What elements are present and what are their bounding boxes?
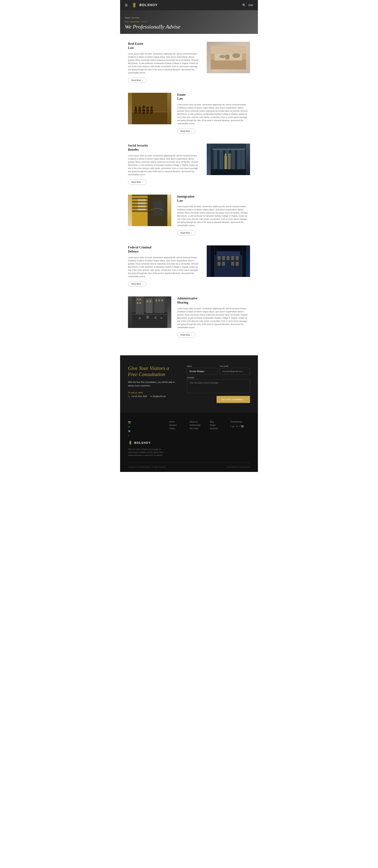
svg-rect-7 — [225, 55, 229, 60]
service-row-2: EstateLaw Lorem ipsum dolor sit amet, co… — [128, 93, 250, 134]
message-textarea[interactable] — [187, 379, 250, 393]
svg-point-19 — [143, 105, 145, 108]
service-content-4: ImmigrationLaw Lorem ipsum dolor sit ame… — [177, 195, 250, 236]
service-image-4 — [128, 195, 171, 226]
social-gplus-icon[interactable]: g+ — [232, 425, 235, 428]
footer-bottom: Copyright © 2019 BOLSHOY. All rights res… — [128, 463, 250, 468]
footer-link-team[interactable]: Our Team — [190, 427, 206, 430]
form-submit-row: Get a free consultation › — [187, 396, 250, 403]
svg-rect-4 — [211, 60, 246, 69]
svg-rect-57 — [218, 262, 220, 266]
submit-button[interactable]: Get a free consultation › — [217, 396, 250, 403]
footer-link-cases[interactable]: Cases — [169, 427, 186, 430]
service-desc-6: Lorem ipsum dolor sit amet, consectetur … — [177, 307, 250, 329]
social-linkedin-icon[interactable]: in — [236, 425, 238, 428]
header-right: 🔍 ENG — [242, 4, 253, 7]
service-title-5: Federal CriminalDefence — [128, 245, 201, 254]
svg-rect-44 — [132, 201, 148, 203]
svg-rect-72 — [139, 302, 141, 304]
svg-point-2 — [134, 3, 135, 4]
breadcrumb-current: Services — [132, 17, 139, 19]
read-more-button-1[interactable]: Read More › — [128, 78, 146, 83]
footer-link-home[interactable]: Home — [169, 421, 186, 423]
read-more-button-5[interactable]: Read More › — [128, 281, 146, 286]
service-title-6: AdministrativeHearing — [177, 297, 250, 305]
breadcrumb: Home / Services — [125, 17, 253, 19]
footer-link-blog[interactable]: Blog — [210, 421, 226, 423]
read-more-button-2[interactable]: Read More › — [177, 128, 195, 134]
svg-point-85 — [130, 441, 131, 442]
social-twitter-icon[interactable]: t — [239, 425, 240, 428]
footer-col-2: About us Testimonials Our Team — [190, 421, 206, 430]
svg-point-37 — [225, 154, 226, 155]
svg-rect-82 — [132, 314, 167, 315]
footer-logo-icon — [128, 440, 133, 445]
name-input[interactable] — [187, 368, 217, 375]
service-content-2: EstateLaw Lorem ipsum dolor sit amet, co… — [177, 93, 250, 134]
arrow-icon-2: › — [191, 130, 192, 132]
service-image-5 — [207, 245, 250, 277]
logo-icon — [131, 2, 137, 8]
building-svg — [211, 245, 246, 277]
footer-link-about[interactable]: About us — [190, 421, 206, 423]
footer-social-group: Social groups f g+ in t 📷 — [230, 421, 250, 430]
svg-point-81 — [160, 317, 162, 319]
footer-link-contacts[interactable]: Contacts — [210, 427, 226, 430]
svg-point-78 — [138, 317, 141, 319]
street-svg — [132, 297, 167, 328]
svg-point-23 — [150, 106, 153, 109]
read-more-button-3[interactable]: Read More › — [128, 180, 146, 185]
arrow-icon-3: › — [142, 181, 143, 183]
footer-instagram-icon[interactable]: 📷 — [128, 421, 163, 424]
cta-left: Give Your Visitors a Free Consultation W… — [128, 365, 179, 398]
email-icon: ✉ — [150, 395, 152, 398]
svg-rect-76 — [158, 299, 160, 301]
services-section: Real EstateLaw Lorem ipsum dolor sit ame… — [120, 34, 258, 355]
read-more-button-6[interactable]: Read More › — [177, 332, 195, 338]
svg-point-21 — [147, 106, 149, 109]
hamburger-icon[interactable]: ☰ — [125, 3, 128, 7]
footer-facebook-icon[interactable]: f — [128, 434, 163, 437]
social-facebook-icon[interactable]: f — [230, 425, 231, 428]
footer-linkedin-icon[interactable]: in — [128, 425, 163, 428]
svg-rect-34 — [211, 144, 246, 149]
svg-rect-74 — [150, 300, 151, 302]
footer-link-pages[interactable]: Pages — [210, 424, 226, 426]
svg-rect-27 — [214, 150, 217, 169]
svg-point-79 — [146, 315, 149, 319]
footer-link-services[interactable]: Services — [169, 424, 186, 426]
cta-form: Name Your email Message Get a free consu… — [187, 365, 250, 403]
svg-point-17 — [139, 106, 141, 108]
footer-twitter-icon[interactable]: 🐦 — [128, 430, 163, 433]
cta-contacts: 📞 +44 20 4511 0600 ✉ info@lionfin.de — [128, 395, 179, 398]
footer-col-1-links: Home Services Cases — [169, 421, 186, 430]
service-desc-5: Lorem ipsum dolor sit amet, consectetur … — [128, 256, 201, 278]
chess-svg — [132, 93, 167, 124]
phone-icon: 📞 — [128, 395, 130, 398]
footer-col-3-links: Blog Pages Contacts — [210, 421, 226, 430]
svg-rect-60 — [235, 262, 239, 266]
social-instagram-icon[interactable]: 📷 — [241, 425, 244, 428]
svg-rect-70 — [139, 299, 141, 300]
svg-rect-31 — [237, 150, 241, 169]
svg-rect-77 — [161, 299, 163, 301]
svg-rect-54 — [227, 256, 229, 260]
message-label: Message — [187, 377, 250, 378]
footer-nav-cols: Home Services Cases About us Testimonial… — [169, 421, 250, 430]
breadcrumb-home[interactable]: Home — [125, 17, 130, 19]
footer-link-testimonials[interactable]: Testimonials — [190, 424, 206, 426]
service-row-4: ImmigrationLaw Lorem ipsum dolor sit ame… — [128, 195, 250, 236]
service-desc-2: Lorem ipsum dolor sit amet, consectetur … — [177, 103, 250, 125]
header: ☰ BOLSHOY 🔍 ENG — [120, 0, 258, 10]
svg-point-8 — [232, 53, 240, 58]
email-input[interactable] — [220, 368, 250, 375]
search-icon[interactable]: 🔍 — [242, 4, 246, 7]
cta-title: Give Your Visitors a Free Consultation — [128, 365, 179, 377]
columns-svg — [211, 144, 246, 175]
svg-rect-11 — [132, 113, 167, 124]
svg-rect-32 — [241, 150, 245, 169]
cta-email: ✉ info@lionfin.de — [150, 395, 165, 398]
service-content-5: Federal CriminalDefence Lorem ipsum dolo… — [128, 245, 201, 286]
language-selector[interactable]: ENG — [248, 4, 253, 6]
read-more-button-4[interactable]: Read More › — [177, 230, 195, 236]
